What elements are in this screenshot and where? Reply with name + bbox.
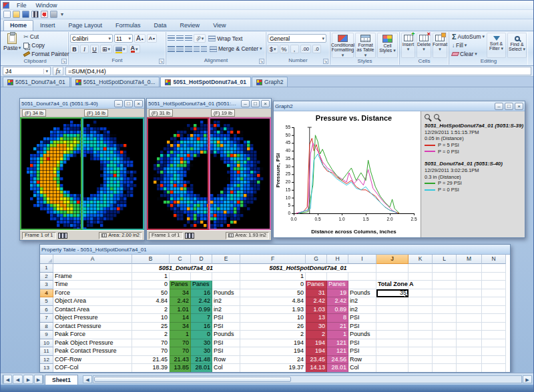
insert-function-button[interactable]: fx xyxy=(53,67,63,75)
table-cell[interactable] xyxy=(433,273,457,281)
table-cell[interactable] xyxy=(409,323,433,331)
zoom-out-icon[interactable] xyxy=(434,114,439,119)
borders-button[interactable]: ⊞▾ xyxy=(100,45,112,53)
dialog-launcher-icon[interactable]: ↘ xyxy=(159,59,164,64)
row-header-12[interactable]: 12 xyxy=(40,356,53,365)
minimize-button[interactable]: – xyxy=(241,100,250,107)
table-cell[interactable] xyxy=(482,331,506,339)
table-cell[interactable]: Frame xyxy=(53,273,132,281)
table-cell[interactable] xyxy=(376,306,409,315)
open-file-icon[interactable] xyxy=(13,11,20,18)
table-cell[interactable]: 24 xyxy=(240,356,306,365)
line-chart-canvas[interactable] xyxy=(274,111,421,237)
column-header-G[interactable]: G xyxy=(306,255,327,264)
cell-styles-button[interactable]: Cell Styles ▾ xyxy=(377,33,398,58)
pressure-map[interactable] xyxy=(20,117,144,230)
maximize-button[interactable]: □ xyxy=(124,100,133,107)
row-header-10[interactable]: 10 xyxy=(40,339,53,348)
table-cell[interactable] xyxy=(482,289,506,298)
table-cell[interactable]: Panes xyxy=(191,281,212,289)
table-cell[interactable]: 194 xyxy=(306,347,327,356)
format-painter-button[interactable]: Format Painter xyxy=(22,50,70,58)
table-cell[interactable]: Row xyxy=(212,356,240,365)
maximize-button[interactable]: □ xyxy=(251,100,260,107)
close-button[interactable]: × xyxy=(134,100,143,107)
ribbon-tab-formulas[interactable]: Formulas xyxy=(109,20,148,31)
decrease-decimal-button[interactable]: .0 xyxy=(312,45,321,53)
close-button[interactable]: × xyxy=(515,103,523,110)
autosum-button[interactable]: ΣAutoSum▾ xyxy=(451,33,485,41)
underline-button[interactable]: U xyxy=(90,45,99,53)
table-cell[interactable] xyxy=(457,339,482,348)
table-cell[interactable] xyxy=(409,297,433,306)
table-cell[interactable]: 0.99 xyxy=(191,306,212,315)
table-cell[interactable]: 70 xyxy=(170,339,191,348)
new-file-icon[interactable] xyxy=(3,11,11,18)
table-cell[interactable]: 194 xyxy=(240,347,306,356)
table-cell[interactable]: in2 xyxy=(212,297,240,306)
table-cell[interactable]: 18.39 xyxy=(132,364,170,372)
table-cell[interactable] xyxy=(212,273,240,281)
scrollbar-thumb[interactable] xyxy=(94,377,291,382)
column-header-N[interactable]: N xyxy=(482,255,506,264)
copy-button[interactable]: Copy xyxy=(22,41,70,49)
table-cell[interactable]: Pounds xyxy=(212,331,240,339)
ribbon-tab-page-layout[interactable]: Page Layout xyxy=(62,20,109,31)
table-cell[interactable] xyxy=(457,281,482,289)
formula-input[interactable]: =SUM(D4,H4) xyxy=(65,67,531,75)
table-cell[interactable]: Panes xyxy=(306,281,327,289)
table-cell[interactable]: Panes xyxy=(170,281,191,289)
table-cell[interactable]: Time xyxy=(53,281,132,289)
table-cell[interactable]: 0 xyxy=(132,281,170,289)
window-titlebar[interactable]: 5051_HotSpotDonut7a4_01 (5051:S-39) – □ … xyxy=(147,99,271,109)
table-cell[interactable]: 28.01 xyxy=(327,364,348,372)
table-cell[interactable] xyxy=(433,297,457,306)
insert-cells-button[interactable]: Insert ▾ xyxy=(401,33,415,58)
table-cell[interactable]: 4.84 xyxy=(132,297,170,306)
menu-file[interactable]: File xyxy=(12,2,31,9)
table-cell[interactable]: 26 xyxy=(240,323,306,331)
sort-filter-button[interactable]: Sort & Filter ▾ xyxy=(487,33,506,58)
table-cell[interactable] xyxy=(433,264,457,273)
minimize-button[interactable]: – xyxy=(114,100,123,107)
table-cell[interactable]: 1.03 xyxy=(306,306,327,315)
pressure-map-canvas[interactable] xyxy=(20,117,143,230)
table-cell[interactable]: 34 xyxy=(170,289,191,298)
table-cell[interactable]: 2 xyxy=(132,331,170,339)
table-cell[interactable] xyxy=(482,306,506,315)
comma-style-button[interactable]: , xyxy=(290,45,299,53)
table-cell[interactable]: 16 xyxy=(191,289,212,298)
table-cell[interactable] xyxy=(376,347,409,356)
table-cell[interactable] xyxy=(376,314,409,323)
table-cell[interactable] xyxy=(409,339,433,348)
font-color-button[interactable]: A▾ xyxy=(129,45,140,53)
table-cell[interactable]: 70 xyxy=(132,347,170,356)
table-cell[interactable] xyxy=(433,281,457,289)
ribbon-tab-home[interactable]: Home xyxy=(3,20,33,31)
table-cell[interactable]: 1.93 xyxy=(240,306,306,315)
column-header-E[interactable]: E xyxy=(212,255,240,264)
table-cell[interactable]: 2 xyxy=(306,331,327,339)
percent-style-button[interactable]: % xyxy=(280,45,289,53)
document-tab[interactable]: 5051_Donut7a4_01 xyxy=(3,77,70,87)
align-left-icon[interactable] xyxy=(168,46,175,52)
table-cell[interactable]: 16 xyxy=(191,323,212,331)
table-cell[interactable] xyxy=(376,264,409,273)
table-cell[interactable] xyxy=(457,273,482,281)
table-cell[interactable]: 1 xyxy=(240,273,306,281)
dialog-launcher-icon[interactable]: ↘ xyxy=(323,59,328,64)
table-cell[interactable]: 8 xyxy=(327,314,348,323)
row-header-9[interactable]: 9 xyxy=(40,331,53,339)
table-cell[interactable]: in2 xyxy=(212,306,240,315)
table-cell[interactable] xyxy=(433,323,457,331)
table-cell[interactable]: Row xyxy=(348,356,376,365)
table-cell[interactable] xyxy=(457,356,482,365)
table-cell[interactable]: 1 xyxy=(327,331,348,339)
table-cell[interactable]: 19 xyxy=(327,289,348,298)
paste-button[interactable]: Paste▾ xyxy=(3,33,21,51)
find-select-button[interactable]: Find & Select ▾ xyxy=(507,33,527,58)
table-cell[interactable]: 2 xyxy=(132,306,170,315)
select-all-corner[interactable] xyxy=(40,255,53,264)
accounting-format-button[interactable]: $▾ xyxy=(268,45,278,53)
font-size-select[interactable]: 11▾ xyxy=(114,34,133,43)
